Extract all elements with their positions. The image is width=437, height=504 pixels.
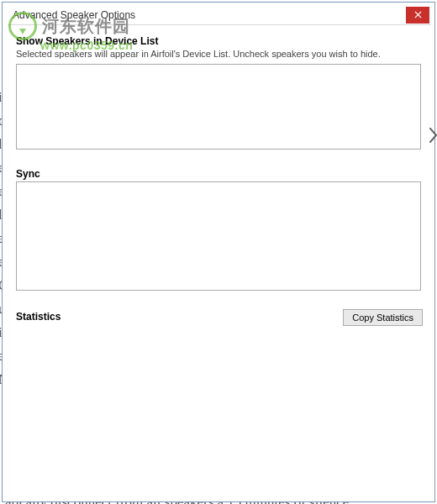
close-button[interactable] xyxy=(406,7,429,24)
show-speakers-heading: Show Speakers in Device List xyxy=(16,35,423,47)
statistics-heading: Statistics xyxy=(16,311,61,323)
show-speakers-subtext: Selected speakers will appear in Airfoil… xyxy=(16,49,423,59)
dialog-content: Show Speakers in Device List Selected sp… xyxy=(8,25,431,501)
close-icon xyxy=(414,11,422,18)
dialog-window: Advanced Speaker Options Show Speakers i… xyxy=(8,5,431,501)
chevron-right-icon[interactable] xyxy=(428,126,437,147)
sync-listbox[interactable] xyxy=(16,181,421,291)
sync-heading: Sync xyxy=(16,168,423,180)
window-title: Advanced Speaker Options xyxy=(13,9,135,21)
titlebar: Advanced Speaker Options xyxy=(8,5,431,25)
speakers-listbox[interactable] xyxy=(16,64,421,150)
copy-statistics-button[interactable]: Copy Statistics xyxy=(343,309,423,326)
